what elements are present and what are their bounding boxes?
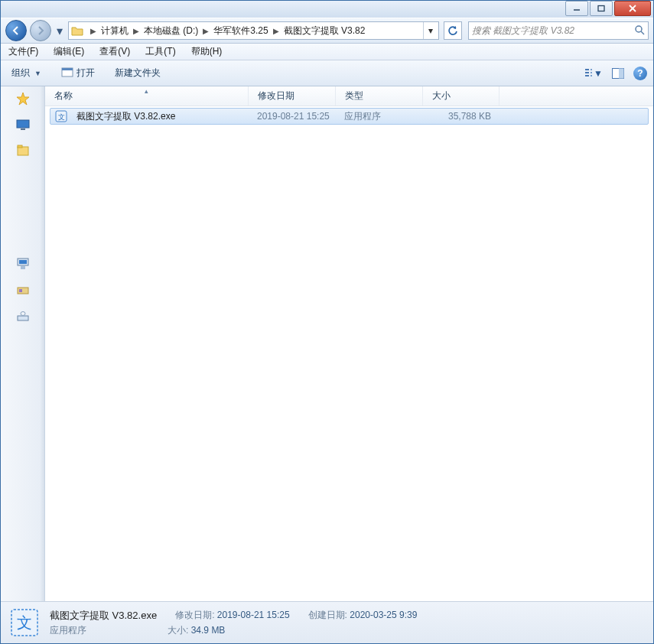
view-options-button[interactable]: ▼ [584, 65, 603, 82]
column-type[interactable]: 类型 [336, 86, 423, 106]
menu-edit[interactable]: 编辑(E) [50, 44, 87, 60]
svg-rect-1 [598, 6, 604, 11]
column-headers: ▴名称 修改日期 类型 大小 [45, 86, 653, 106]
file-type: 应用程序 [340, 110, 427, 123]
close-button[interactable] [614, 1, 651, 16]
svg-rect-7 [62, 68, 73, 70]
toolbar: 组织▼ 打开 新建文件夹 ▼ ? [1, 60, 653, 86]
svg-rect-23 [21, 266, 25, 269]
back-button[interactable] [5, 20, 27, 41]
refresh-button[interactable] [444, 21, 462, 40]
details-created-label: 创建日期: [308, 610, 347, 620]
svg-rect-8 [585, 69, 589, 70]
file-modified: 2019-08-21 15:25 [252, 111, 340, 122]
menu-file[interactable]: 文件(F) [5, 44, 41, 60]
svg-marker-16 [17, 93, 29, 105]
svg-rect-20 [18, 145, 22, 148]
breadcrumb[interactable]: 本地磁盘 (D:) [142, 24, 200, 37]
column-modified[interactable]: 修改日期 [249, 86, 336, 106]
details-modified-value: 2019-08-21 15:25 [217, 610, 290, 620]
svg-rect-10 [585, 75, 589, 76]
search-input[interactable]: 搜索 截图文字提取 V3.82 [468, 21, 649, 40]
favorites-icon[interactable] [15, 91, 31, 106]
exe-file-icon: 文 [55, 110, 67, 122]
open-icon [61, 67, 73, 80]
nav-pane[interactable] [1, 86, 45, 601]
svg-rect-9 [585, 72, 589, 73]
menu-help[interactable]: 帮助(H) [188, 44, 226, 60]
svg-rect-17 [17, 120, 29, 128]
sort-indicator-icon: ▴ [145, 87, 148, 95]
chevron-right-icon[interactable]: ▶ [87, 27, 99, 35]
svg-rect-25 [19, 289, 22, 292]
details-size-label: 大小: [168, 625, 188, 636]
address-dropdown[interactable]: ▾ [423, 22, 437, 39]
desktop-icon[interactable] [15, 117, 31, 132]
new-folder-button[interactable]: 新建文件夹 [110, 64, 165, 82]
forward-button[interactable] [30, 20, 51, 41]
breadcrumb[interactable]: 计算机 [99, 24, 130, 37]
drive-icon[interactable] [15, 282, 31, 298]
column-name[interactable]: ▴名称 [45, 86, 249, 106]
search-placeholder: 搜索 截图文字提取 V3.82 [472, 24, 574, 37]
svg-point-4 [636, 26, 642, 32]
svg-rect-18 [21, 128, 25, 130]
minimize-button[interactable] [565, 1, 588, 16]
column-size[interactable]: 大小 [423, 86, 499, 106]
svg-rect-19 [18, 147, 28, 155]
open-button[interactable]: 打开 [57, 64, 99, 82]
history-dropdown[interactable]: ▾ [54, 20, 65, 41]
svg-rect-22 [19, 260, 27, 264]
organize-label: 组织 [11, 67, 30, 80]
help-button[interactable]: ? [633, 67, 647, 80]
details-size-value: 34.9 MB [191, 625, 226, 636]
details-modified-label: 修改日期: [175, 610, 214, 620]
organize-button[interactable]: 组织▼ [7, 64, 46, 82]
svg-text:文: 文 [17, 614, 32, 631]
folder-icon [70, 24, 84, 37]
file-list-area: ▴名称 修改日期 类型 大小 文 截图文字提取 V3.82.exe 2019-0… [45, 86, 653, 601]
svg-point-27 [21, 312, 25, 316]
body: ▴名称 修改日期 类型 大小 文 截图文字提取 V3.82.exe 2019-0… [1, 86, 653, 601]
details-filename: 截图文字提取 V3.82.exe [50, 609, 157, 623]
breadcrumb[interactable]: 华军软件3.25 [212, 24, 269, 37]
network-icon[interactable] [15, 308, 31, 324]
menubar: 文件(F) 编辑(E) 查看(V) 工具(T) 帮助(H) [1, 44, 653, 60]
details-created-value: 2020-03-25 9:39 [350, 610, 417, 620]
details-meta: 截图文字提取 V3.82.exe 修改日期: 2019-08-21 15:25 … [50, 609, 417, 637]
file-type-icon: 文 [8, 607, 41, 639]
svg-rect-26 [18, 316, 28, 320]
svg-rect-11 [591, 69, 592, 70]
libraries-icon[interactable] [15, 143, 31, 158]
preview-pane-button[interactable] [609, 65, 627, 82]
search-icon [634, 24, 645, 37]
breadcrumb[interactable]: 截图文字提取 V3.82 [282, 24, 367, 37]
menu-tools[interactable]: 工具(T) [142, 44, 178, 60]
file-size: 35,788 KB [427, 111, 496, 122]
svg-text:文: 文 [58, 113, 65, 121]
file-row[interactable]: 文 截图文字提取 V3.82.exe 2019-08-21 15:25 应用程序… [50, 108, 649, 125]
file-list[interactable]: 文 截图文字提取 V3.82.exe 2019-08-21 15:25 应用程序… [45, 106, 653, 601]
explorer-window: ▾ ▶ 计算机 ▶ 本地磁盘 (D:) ▶ 华军软件3.25 ▶ 截图文字提取 … [0, 0, 654, 644]
maximize-button[interactable] [590, 1, 613, 16]
computer-icon[interactable] [15, 256, 31, 272]
details-filetype: 应用程序 [50, 624, 86, 637]
open-label: 打开 [76, 67, 95, 80]
file-name: 截图文字提取 V3.82.exe [72, 110, 252, 123]
titlebar [1, 1, 653, 18]
chevron-right-icon[interactable]: ▶ [130, 27, 142, 35]
svg-rect-13 [591, 75, 592, 76]
chevron-right-icon[interactable]: ▶ [200, 27, 212, 35]
svg-rect-12 [591, 72, 592, 73]
chevron-right-icon[interactable]: ▶ [270, 27, 282, 35]
details-pane: 文 截图文字提取 V3.82.exe 修改日期: 2019-08-21 15:2… [1, 601, 653, 643]
address-bar[interactable]: ▶ 计算机 ▶ 本地磁盘 (D:) ▶ 华军软件3.25 ▶ 截图文字提取 V3… [68, 21, 439, 40]
navbar: ▾ ▶ 计算机 ▶ 本地磁盘 (D:) ▶ 华军软件3.25 ▶ 截图文字提取 … [1, 18, 653, 44]
new-folder-label: 新建文件夹 [115, 67, 161, 80]
svg-rect-15 [619, 68, 624, 78]
svg-line-5 [641, 31, 644, 34]
menu-view[interactable]: 查看(V) [96, 44, 133, 60]
